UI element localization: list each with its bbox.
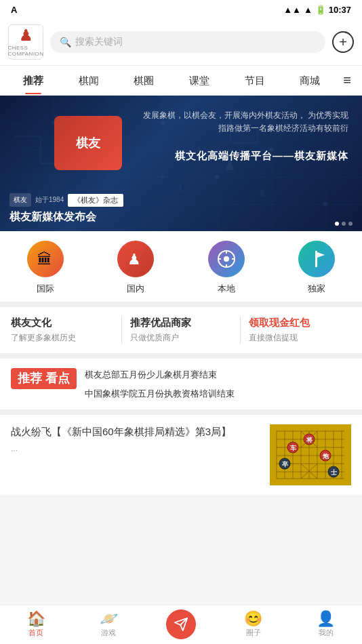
bottom-nav-home-label: 首页 [28,628,43,638]
category-domestic[interactable]: ♟ 国内 [91,241,182,295]
news-banner: 推荐 看点 棋友总部五月份少儿象棋月赛结束 中国象棋学院五月份执教资格培训结束 [0,359,362,415]
promo-culture-title: 棋友文化 [11,317,113,329]
tab-recommend[interactable]: 推荐 [5,66,61,94]
nav-tabs: 推荐 棋闻 棋圈 课堂 节目 商城 ≡ [0,66,362,96]
category-local-label: 本地 [218,283,235,295]
category-international-icon: 🏛 [27,241,64,277]
wifi-icon: ▲ [304,5,313,15]
article-title: 战火纷飞【《新中国60年象棋排局精选》第3局】 [11,424,262,440]
svg-text:♟: ♟ [127,251,141,268]
search-input[interactable]: 搜索关键词 [75,36,123,48]
tab-qiquan[interactable]: 棋圈 [116,66,172,94]
banner-year: 始于1984 [35,195,64,205]
banner-main-title: 棋文化高端传播平台——棋友新媒体 [175,150,348,163]
promo-redpacket[interactable]: 领取现金红包 直接微信提现 [249,317,351,344]
battery-icon: 🔋 [315,5,326,15]
news-tag-line2: 看点 [45,371,70,385]
promo-merchant-desc: 只做优质商户 [130,332,233,344]
bottom-nav-game[interactable]: 🪐 游戏 [73,605,145,644]
profile-icon: 👤 [317,611,335,626]
search-icon: 🔍 [60,37,71,47]
banner-chip: 棋友 [54,116,122,170]
svg-marker-31 [317,252,325,258]
promo-divider-1 [121,317,122,344]
article-meta: ··· [11,445,262,455]
carrier-label: A [11,5,17,15]
signal-icon: ▲▲ [283,5,301,15]
news-item-1[interactable]: 棋友总部五月份少儿象棋月赛结束 [85,368,351,382]
banner-dots [335,222,353,226]
promo-redpacket-title: 领取现金红包 [249,317,351,329]
svg-text:炮: 炮 [322,453,329,460]
banner-dot-3[interactable] [348,222,353,226]
svg-text:将: 将 [306,437,313,443]
logo-subtext: CHESS COMPANION [7,45,43,57]
bottom-nav-game-label: 游戏 [101,628,116,638]
nav-menu-icon[interactable]: ≡ [338,66,357,95]
header: ♟ CHESS COMPANION 🔍 搜索关键词 + [0,19,362,66]
banner-magazine-title: 《棋友》杂志 [68,194,123,207]
bottom-nav-send[interactable] [145,605,218,644]
bottom-nav-profile[interactable]: 👤 我的 [289,605,362,644]
svg-text:车: 车 [290,444,297,451]
category-domestic-icon: ♟ [117,241,154,277]
tab-shangcheng[interactable]: 商城 [283,66,338,94]
banner-tagline: 发展象棋，以棋会友，开展海内外棋友活动， 为优秀实现指路做第一名象棋经济活动有较… [136,109,348,135]
svg-point-17 [161,176,164,178]
news-items: 棋友总部五月份少儿象棋月赛结束 中国象棋学院五月份执教资格培训结束 [85,368,351,400]
category-local-icon [208,241,245,277]
category-international-label: 国际 [37,283,54,295]
category-exclusive-icon [298,241,335,277]
banner-subtitle-row: 棋友 始于1984 《棋友》杂志 [0,193,362,207]
article-meta-dots: ··· [11,445,18,455]
categories-section: 🏛 国际 ♟ 国内 本地 [0,231,362,307]
promo-section: 棋友文化 了解更多象棋历史 推荐优品商家 只做优质商户 领取现金红包 直接微信提… [0,307,362,359]
logo-chess-symbol: ♟ [19,27,33,45]
bottom-nav-circle-label: 圈子 [246,628,261,638]
bottom-nav-home[interactable]: 🏠 首页 [0,605,73,644]
svg-rect-30 [315,251,317,267]
article-section[interactable]: 战火纷飞【《新中国60年象棋排局精选》第3局】 ··· [0,415,362,495]
promo-redpacket-desc: 直接微信提现 [249,332,351,344]
tab-ketang[interactable]: 课堂 [172,66,227,94]
article-thumbnail: 将 车 炮 卒 士 [270,424,351,485]
home-icon: 🏠 [27,611,45,626]
svg-rect-32 [270,424,351,485]
spacer [0,495,362,539]
bottom-nav-profile-label: 我的 [319,628,334,638]
svg-point-13 [215,175,219,179]
bottom-nav: 🏠 首页 🪐 游戏 😊 圈子 👤 我的 [0,605,362,644]
game-icon: 🪐 [100,611,118,626]
tab-jiemu[interactable]: 节目 [227,66,283,94]
main-banner[interactable]: ♟ ♜ ♞ ♝ 棋友 发展象棋，以棋会友，开展海内外棋友活动， 为优秀实现指路做… [0,96,362,231]
svg-text:卒: 卒 [282,460,289,468]
add-button[interactable]: + [332,31,354,53]
send-icon [166,609,196,639]
promo-culture[interactable]: 棋友文化 了解更多象棋历史 [11,317,113,344]
article-content: 战火纷飞【《新中国60年象棋排局精选》第3局】 ··· [11,424,262,455]
banner-dot-2[interactable] [342,222,346,226]
promo-merchant[interactable]: 推荐优品商家 只做优质商户 [130,317,233,344]
search-bar[interactable]: 🔍 搜索关键词 [50,31,325,53]
svg-text:🏛: 🏛 [37,251,52,268]
svg-text:♝: ♝ [176,182,185,193]
promo-merchant-title: 推荐优品商家 [130,317,233,329]
category-exclusive[interactable]: 独家 [272,241,363,295]
logo: ♟ CHESS COMPANION [8,24,43,60]
svg-text:士: 士 [331,469,338,476]
banner-logo-small: 棋友 [9,193,31,207]
status-icons: ▲▲ ▲ 🔋 10:37 [283,5,351,15]
time-label: 10:37 [329,5,351,15]
category-local[interactable]: 本地 [181,241,272,295]
status-bar: A ▲▲ ▲ 🔋 10:37 [0,0,362,19]
banner-footer-title: 棋友新媒体发布会 [9,210,96,224]
news-item-2[interactable]: 中国象棋学院五月份执教资格培训结束 [85,387,351,401]
category-domestic-label: 国内 [127,283,144,295]
bottom-nav-circle[interactable]: 😊 圈子 [217,605,289,644]
tab-qiwen[interactable]: 棋闻 [61,66,117,94]
news-tag-line1: 推荐 [18,371,42,385]
promo-divider-2 [240,317,241,344]
category-international[interactable]: 🏛 国际 [0,241,91,295]
banner-dot-1[interactable] [335,222,339,226]
news-tag: 推荐 看点 [11,368,77,389]
